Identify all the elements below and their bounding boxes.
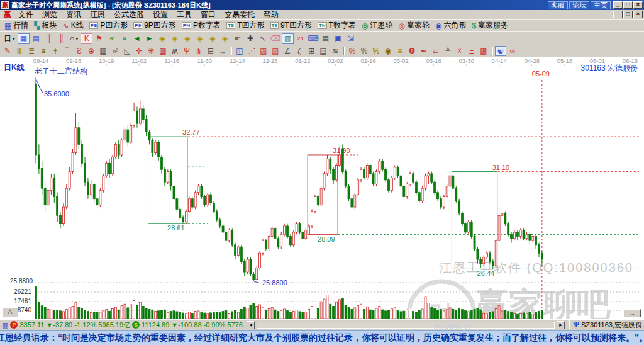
restore-button[interactable]: □ xyxy=(623,1,633,9)
nav-prev-icon[interactable]: ◄ xyxy=(131,33,143,44)
fan-lines-tool-icon[interactable]: ⋔ xyxy=(193,46,204,56)
list-grid-tool-icon[interactable]: ▤ xyxy=(318,46,329,56)
signal-flag-icon[interactable]: ⚑ xyxy=(93,33,105,44)
zoom-diamond-left-icon[interactable]: ◈ xyxy=(181,33,193,44)
width-arrows-tool-icon[interactable]: ↔ xyxy=(217,46,228,56)
gann-line-tool-icon[interactable]: Ⅲ xyxy=(14,46,25,56)
menu-item-浏览[interactable]: 浏览 xyxy=(38,9,62,20)
kline-small-icon[interactable]: ║ xyxy=(43,33,55,44)
gann-card-icon[interactable]: ▥ xyxy=(282,33,294,44)
taiji-icon[interactable]: ☯ xyxy=(495,46,506,56)
titlebar-link-1[interactable]: 论坛 xyxy=(569,1,589,9)
menu-item-交易委托[interactable]: 交易委托 xyxy=(220,9,259,20)
lattice-tool-icon[interactable]: ⊞ xyxy=(205,46,216,56)
menu-item-资讯[interactable]: 资讯 xyxy=(62,9,86,20)
scroll-right-button[interactable]: → xyxy=(623,309,641,317)
grid-box-tool-icon[interactable]: ⊞ xyxy=(306,46,317,56)
nav-first-icon[interactable]: « xyxy=(106,33,118,44)
kline-large-icon[interactable]: ║ xyxy=(55,33,67,44)
xi-lines-tool-icon[interactable]: Ξ xyxy=(466,46,477,56)
ray-fan-tool-icon[interactable]: ⋰ xyxy=(246,46,257,56)
one-diamond-tool-icon[interactable]: ❶ xyxy=(406,46,418,56)
close-button[interactable]: × xyxy=(633,1,643,9)
maze-tool-icon[interactable]: ▩ xyxy=(478,46,489,56)
shanghai-index-icon[interactable]: P xyxy=(10,321,18,329)
fib-percent-tool-icon[interactable]: ℅ xyxy=(347,46,358,56)
eraser-icon[interactable]: ⌫ xyxy=(269,33,281,44)
child-close-button[interactable]: × xyxy=(633,11,643,18)
shenzhen-index-icon[interactable]: S xyxy=(132,321,140,329)
menu-item-工具[interactable]: 工具 xyxy=(172,9,196,20)
circle-cross-tool-icon[interactable]: ⊕ xyxy=(86,46,97,56)
ticker-scroll-right-button[interactable]: ► xyxy=(557,321,565,329)
winner-service-button[interactable]: $赢家服务 xyxy=(469,20,511,31)
t-square-button[interactable]: TST四方形 xyxy=(224,20,267,31)
chart-window-icon[interactable]: ▦ xyxy=(18,33,30,44)
gann-fan-tool-icon[interactable]: ✛ xyxy=(133,46,145,56)
save-icon[interactable]: ▣ xyxy=(332,33,344,44)
angle-wedge-tool-icon[interactable]: ◺ xyxy=(121,46,133,56)
menu-item-江恩[interactable]: 江恩 xyxy=(86,9,109,20)
period-daily-dropdown[interactable]: 日▾ xyxy=(2,33,17,44)
crosshair-icon[interactable]: ✚ xyxy=(244,33,256,44)
p-number-table-button[interactable]: PNP数字表 xyxy=(179,20,223,31)
menu-item-窗口[interactable]: 窗口 xyxy=(196,9,220,20)
percent-tool-icon[interactable]: % xyxy=(358,46,370,56)
winner-wheel-button[interactable]: ◎赢家轮 xyxy=(396,20,431,31)
zoom-diamond-down-icon[interactable]: ◈ xyxy=(169,33,180,44)
zoom-diamond-out-icon[interactable]: ◈ xyxy=(219,33,231,44)
nav-last-icon[interactable]: » xyxy=(118,33,130,44)
shade-box-tool-icon[interactable]: ▧ xyxy=(270,46,281,56)
wave-lines-tool-icon[interactable]: ≋ xyxy=(330,46,341,56)
market-grid-icon[interactable]: ▦ xyxy=(2,321,8,329)
expand-pane-button[interactable]: △ xyxy=(2,307,18,317)
gann-grid-tool-icon[interactable]: ▦ xyxy=(97,46,109,56)
hand-tool-icon[interactable]: ☛ xyxy=(231,33,243,44)
ticker-scrollbar[interactable] xyxy=(257,322,555,329)
kline-chart[interactable]: 财江恩工具软件 (QQ:100800360赢家聊吧09-1409-2810-19… xyxy=(0,57,644,319)
calendar-icon[interactable]: 21 xyxy=(294,33,306,44)
chart-info-icon[interactable]: ▤ xyxy=(30,33,42,44)
zoom-diamond-up-icon[interactable]: ◈ xyxy=(156,33,168,44)
t9-square-button[interactable]: T99T四方形 xyxy=(268,20,314,31)
angle-line-tool-icon[interactable]: ∠ xyxy=(282,46,293,56)
t-number-table-button[interactable]: TNT数字表 xyxy=(315,20,358,31)
ticker-scroll-left-button[interactable]: ◄ xyxy=(247,321,255,329)
nav-next-icon[interactable]: ► xyxy=(143,33,155,44)
pointer-line-icon[interactable]: ↖ xyxy=(257,33,269,44)
menu-item-设置[interactable]: 设置 xyxy=(148,9,172,20)
quotes-button[interactable]: ▦行情 xyxy=(2,20,31,31)
t-line-tool-icon[interactable]: Ŧ xyxy=(50,46,61,56)
pyramid-tool-icon[interactable]: ≙ xyxy=(442,46,453,56)
gold-target-tool-icon[interactable]: ◉ xyxy=(382,46,394,56)
trapezoid-tool-icon[interactable]: ▱ xyxy=(430,46,441,56)
menu-item-文件[interactable]: 文件 xyxy=(14,9,38,20)
n-square-tool-icon[interactable]: n² xyxy=(109,46,121,56)
zoom-diamond-in-icon[interactable]: ◈ xyxy=(206,33,218,44)
hexagon-button[interactable]: ◉六角形 xyxy=(433,20,469,31)
hatch-box-tool-icon[interactable]: ▨ xyxy=(258,46,269,56)
p9-square-button[interactable]: P99P四方形 xyxy=(131,20,178,31)
star-burst-tool-icon[interactable]: ✳ xyxy=(145,46,157,56)
p-square-button[interactable]: PSP四方形 xyxy=(87,20,131,31)
chart-area[interactable]: 日K线 财江恩工具软件 (QQ:100800360赢家聊吧09-1409-281… xyxy=(0,57,644,319)
cross-x-tool-icon[interactable]: ☓ xyxy=(454,46,465,56)
minimize-button[interactable]: _ xyxy=(613,1,623,9)
child-minimize-button[interactable]: _ xyxy=(613,11,623,18)
titlebar-link-0[interactable]: 客服 xyxy=(548,1,568,9)
menu-item-帮助[interactable]: 帮助 xyxy=(259,9,283,20)
gann-wheel-button[interactable]: ◎江恩轮 xyxy=(359,20,395,31)
golden-ratio-h-tool-icon[interactable]: ≣ xyxy=(26,46,37,56)
export-icon[interactable]: ⇲ xyxy=(345,33,357,44)
zoom-diamond-right-icon[interactable]: ◈ xyxy=(194,33,206,44)
pitchfork-tool-icon[interactable]: Ψ xyxy=(181,46,192,56)
calculator-icon[interactable]: ⌨ xyxy=(307,33,319,44)
sectors-button[interactable]: ▚板块 xyxy=(31,20,59,31)
red-grid-tool-icon[interactable]: ▦ xyxy=(157,46,169,56)
spiral-tool-icon[interactable]: Ƨ xyxy=(74,46,85,56)
ink-pen-tool-icon[interactable]: ✒ xyxy=(418,46,430,56)
golden-ratio-v-tool-icon[interactable]: ≡ xyxy=(38,46,49,56)
zigzag-tool-icon[interactable]: ζ xyxy=(294,46,305,56)
cycle-arc-tool-icon[interactable]: ⌒ xyxy=(62,46,73,56)
wave-tool-icon[interactable]: ʍ xyxy=(169,46,180,56)
